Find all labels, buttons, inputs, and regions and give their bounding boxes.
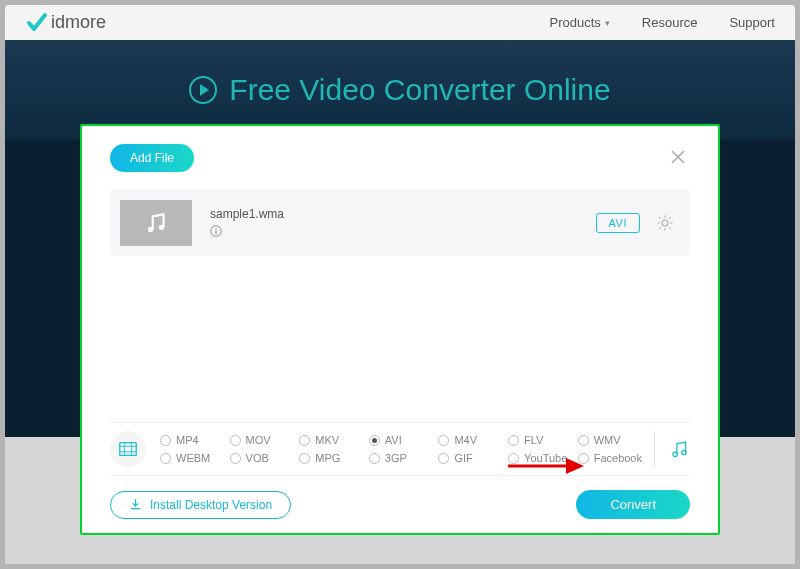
format-selector-bar: MP4MOVMKVAVIM4VFLVWMVWEBMVOBMPG3GPGIFYou… (110, 422, 690, 476)
play-circle-icon (189, 76, 217, 104)
radio-icon (160, 453, 171, 464)
file-meta: sample1.wma (210, 207, 284, 240)
svg-point-0 (148, 227, 153, 232)
gear-icon (656, 214, 674, 232)
format-option-gif[interactable]: GIF (438, 452, 502, 464)
nav-products[interactable]: Products ▾ (550, 15, 610, 30)
format-option-wmv[interactable]: WMV (578, 434, 642, 446)
format-option-m4v[interactable]: M4V (438, 434, 502, 446)
format-option-mp4[interactable]: MP4 (160, 434, 224, 446)
checkmark-logo-icon (25, 11, 49, 35)
nav-resource[interactable]: Resource (642, 15, 698, 30)
file-name: sample1.wma (210, 207, 284, 221)
radio-icon (369, 453, 380, 464)
close-icon (670, 149, 686, 165)
format-option-avi[interactable]: AVI (369, 434, 433, 446)
header-bar: idmore Products ▾ Resource Support (5, 5, 795, 40)
radio-icon (160, 435, 171, 446)
radio-icon (369, 435, 380, 446)
format-option-mkv[interactable]: MKV (299, 434, 363, 446)
app-frame: idmore Products ▾ Resource Support Free … (0, 0, 800, 569)
format-option-facebook[interactable]: Facebook (578, 452, 642, 464)
format-option-youtube[interactable]: YouTube (508, 452, 572, 464)
converter-modal: Add File sample1.wma (80, 124, 720, 535)
svg-point-1 (159, 225, 164, 230)
svg-point-7 (682, 450, 686, 454)
svg-rect-5 (120, 443, 137, 456)
modal-header: Add File (110, 144, 690, 172)
music-note-icon (143, 210, 169, 236)
convert-button[interactable]: Convert (576, 490, 690, 519)
modal-footer: Install Desktop Version Convert (110, 490, 690, 519)
close-button[interactable] (666, 147, 690, 170)
radio-icon (230, 435, 241, 446)
video-formats-icon[interactable] (110, 431, 146, 467)
radio-icon (578, 453, 589, 464)
radio-icon (578, 435, 589, 446)
format-option-webm[interactable]: WEBM (160, 452, 224, 464)
format-options-grid: MP4MOVMKVAVIM4VFLVWMVWEBMVOBMPG3GPGIFYou… (160, 434, 642, 464)
radio-icon (508, 453, 519, 464)
chevron-down-icon: ▾ (605, 18, 610, 28)
radio-icon (508, 435, 519, 446)
download-icon (129, 498, 142, 511)
hero-title: Free Video Converter Online (189, 73, 610, 107)
radio-icon (438, 453, 449, 464)
file-item: sample1.wma AVI (110, 190, 690, 256)
svg-point-3 (215, 228, 217, 230)
nav-support[interactable]: Support (729, 15, 775, 30)
radio-icon (299, 453, 310, 464)
info-icon (210, 225, 222, 237)
settings-button[interactable] (656, 214, 674, 232)
format-option-mov[interactable]: MOV (230, 434, 294, 446)
format-option-vob[interactable]: VOB (230, 452, 294, 464)
format-option-flv[interactable]: FLV (508, 434, 572, 446)
file-thumbnail (120, 200, 192, 246)
radio-icon (230, 453, 241, 464)
radio-icon (299, 435, 310, 446)
audio-formats-icon[interactable] (654, 431, 690, 467)
format-option-3gp[interactable]: 3GP (369, 452, 433, 464)
output-format-badge[interactable]: AVI (596, 213, 640, 233)
install-desktop-button[interactable]: Install Desktop Version (110, 491, 291, 519)
brand-logo[interactable]: idmore (25, 11, 106, 35)
svg-rect-4 (215, 230, 216, 234)
format-option-mpg[interactable]: MPG (299, 452, 363, 464)
svg-point-6 (673, 452, 677, 456)
radio-icon (438, 435, 449, 446)
info-button[interactable] (210, 225, 284, 240)
brand-text: idmore (51, 12, 106, 33)
add-file-button[interactable]: Add File (110, 144, 194, 172)
